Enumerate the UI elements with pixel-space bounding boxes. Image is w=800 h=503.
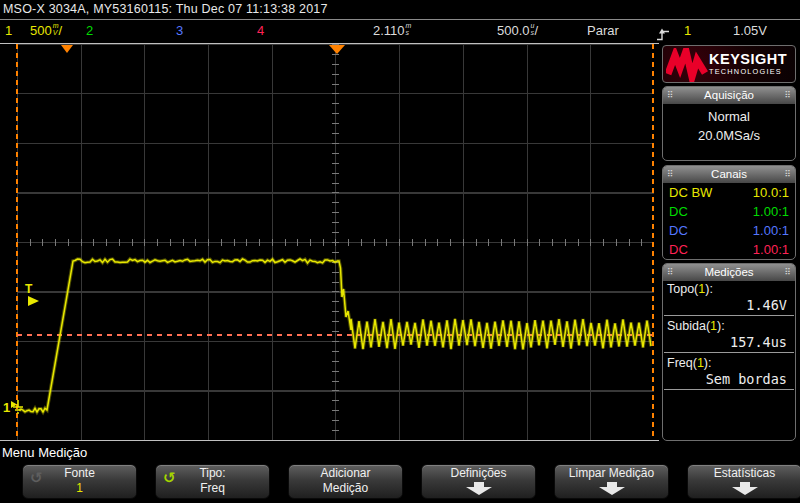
time-reference-marker-icon[interactable] — [61, 45, 73, 53]
grip-icon: ⠿ — [667, 89, 674, 102]
measurements-panel-header[interactable]: ⠿ Medições ⠿ — [663, 264, 795, 281]
trigger-level-readout[interactable]: 1.05V — [733, 20, 767, 42]
display-left-edge-marker — [16, 44, 18, 440]
trigger-level-arrow-icon[interactable] — [28, 296, 39, 306]
title-bar: MSO-X 3034A, MY53160115: Thu Dec 07 11:1… — [0, 0, 800, 19]
rotate-knob-icon: ↺ — [30, 471, 43, 486]
softkey-tipo[interactable]: ↺ Tipo: Freq — [155, 464, 270, 499]
softkey-limpar-medicao[interactable]: Limpar Medição — [554, 464, 669, 499]
acquisition-panel-header[interactable]: ⠿ Aquisição ⠿ — [663, 87, 795, 104]
acquisition-panel-title: Aquisição — [704, 89, 754, 101]
keysight-logo: KEYSIGHT TECHNOLOGIES — [662, 45, 796, 83]
softkey-adicionar-medicao[interactable]: Adicionar Medição — [288, 464, 403, 499]
down-arrow-icon — [465, 482, 493, 495]
grip-icon: ⠿ — [784, 266, 791, 279]
channel1-button[interactable]: 1 — [5, 20, 12, 42]
channel2-row: DC1.00:1 — [663, 202, 795, 221]
channel3-button[interactable]: 3 — [176, 20, 183, 42]
measurements-panel-title: Medições — [704, 266, 753, 278]
acquisition-panel: ⠿ Aquisição ⠿ Normal 20.0MSa/s — [662, 86, 796, 161]
channels-panel-title: Canais — [711, 168, 747, 180]
channel4-button[interactable]: 4 — [257, 20, 264, 42]
graticule-bottom-border — [0, 440, 659, 441]
sidebar: KEYSIGHT TECHNOLOGIES ⠿ Aquisição ⠿ Norm… — [660, 44, 800, 443]
logo-brand: KEYSIGHT — [709, 51, 787, 67]
grip-icon: ⠿ — [667, 266, 674, 279]
center-axis-ticks-vertical — [332, 44, 339, 440]
channel1-ground-marker[interactable]: 1 — [3, 398, 27, 415]
rotate-knob-icon: ↺ — [163, 471, 176, 486]
softkey-fonte[interactable]: ↺ Fonte 1 — [22, 464, 137, 499]
display-right-edge-marker — [652, 44, 654, 440]
menu-title: Menu Medição — [2, 445, 87, 460]
channel2-button[interactable]: 2 — [86, 20, 93, 42]
down-arrow-icon — [598, 482, 626, 495]
measurement-row-risetime: Subida(1): 157.4us — [663, 318, 795, 353]
measurement-row-top: Topo(1): 1.46V — [663, 281, 795, 316]
acquisition-mode: Normal — [663, 107, 795, 126]
measurements-panel: ⠿ Medições ⠿ Topo(1): 1.46V Subida(1): 1… — [662, 263, 796, 441]
channels-panel: ⠿ Canais ⠿ DC BW10.0:1 DC1.00:1 DC1.00:1… — [662, 165, 796, 260]
keysight-spark-icon — [666, 48, 708, 82]
grip-icon: ⠿ — [784, 89, 791, 102]
timebase-readout[interactable]: 2.110ms — [373, 20, 411, 42]
down-arrow-icon — [731, 482, 759, 495]
softkey-definicoes[interactable]: Definições — [421, 464, 536, 499]
sample-rate: 20.0MSa/s — [663, 126, 795, 145]
logo-sub: TECHNOLOGIES — [709, 67, 787, 76]
measurement-row-freq: Freq(1): Sem bordas — [663, 355, 795, 390]
status-bar: 1 500mV/ 2 3 4 2.110ms 500.0us/ Parar 1 … — [0, 20, 800, 43]
timebase-scale-readout[interactable]: 500.0us/ — [497, 20, 538, 42]
channel1-scale-value: 500 — [30, 23, 52, 38]
channel1-scale[interactable]: 500mV/ — [30, 20, 62, 42]
channel4-row: DC1.00:1 — [663, 240, 795, 259]
grip-icon: ⠿ — [784, 168, 791, 181]
grip-icon: ⠿ — [667, 168, 674, 181]
softkey-estatisticas[interactable]: Estatísticas — [687, 464, 800, 499]
measurement-threshold-line — [17, 334, 653, 336]
ground-symbol-icon — [10, 398, 27, 415]
channels-panel-header[interactable]: ⠿ Canais ⠿ — [663, 166, 795, 183]
trigger-source[interactable]: 1 — [684, 20, 691, 42]
channel1-row: DC BW10.0:1 — [663, 183, 795, 202]
channel1-scale-suffix: / — [59, 23, 63, 38]
trigger-position-marker-icon[interactable] — [329, 45, 345, 54]
trigger-level-label: T — [25, 282, 32, 296]
run-state: Parar — [587, 20, 619, 42]
channel3-row: DC1.00:1 — [663, 221, 795, 240]
